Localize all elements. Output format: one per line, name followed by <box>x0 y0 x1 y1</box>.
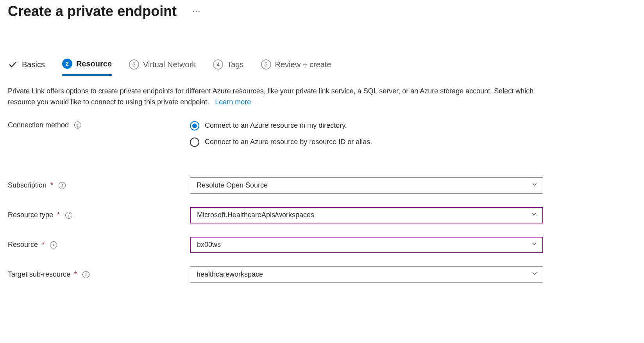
chevron-down-icon <box>531 270 538 279</box>
radio-label: Connect to an Azure resource by resource… <box>205 138 372 146</box>
tab-basics-label: Basics <box>22 60 45 69</box>
tab-resource[interactable]: 2 Resource <box>62 59 112 76</box>
subscription-label: Subscription * i <box>8 181 190 189</box>
target-sub-resource-label: Target sub-resource * i <box>8 270 190 279</box>
connection-method-label: Connection method i <box>8 121 190 129</box>
chevron-down-icon <box>531 211 538 220</box>
page-title: Create a private endpoint <box>8 3 177 20</box>
radio-connect-by-id[interactable]: Connect to an Azure resource by resource… <box>190 138 543 147</box>
resource-select[interactable]: bx00ws <box>190 237 543 253</box>
info-icon[interactable]: i <box>59 182 66 189</box>
subscription-value: Resolute Open Source <box>197 181 268 189</box>
subscription-select[interactable]: Resolute Open Source <box>190 177 543 194</box>
required-icon: * <box>50 181 53 189</box>
step-number-icon: 2 <box>62 59 72 69</box>
info-icon[interactable]: i <box>74 121 81 129</box>
learn-more-link[interactable]: Learn more <box>215 98 251 106</box>
resource-type-value: Microsoft.HealthcareApis/workspaces <box>197 211 314 219</box>
radio-connect-in-directory[interactable]: Connect to an Azure resource in my direc… <box>190 121 543 130</box>
target-sub-resource-value: healthcareworkspace <box>197 270 263 279</box>
radio-checked-icon <box>190 121 199 130</box>
required-icon: * <box>42 241 45 249</box>
tab-basics[interactable]: Basics <box>8 59 45 76</box>
required-icon: * <box>57 211 60 219</box>
connection-method-radio-group: Connect to an Azure resource in my direc… <box>190 121 543 147</box>
tab-resource-label: Resource <box>76 59 112 68</box>
chevron-down-icon <box>531 240 538 249</box>
resource-type-label: Resource type * i <box>8 211 190 219</box>
radio-label: Connect to an Azure resource in my direc… <box>205 121 347 130</box>
target-sub-resource-select[interactable]: healthcareworkspace <box>190 266 543 283</box>
required-icon: * <box>74 270 77 279</box>
resource-value: bx00ws <box>197 241 221 249</box>
step-number-icon: 5 <box>261 59 271 70</box>
tab-review-create[interactable]: 5 Review + create <box>261 59 331 76</box>
check-icon <box>8 60 18 69</box>
wizard-tabs: Basics 2 Resource 3 Virtual Network 4 Ta… <box>8 59 636 76</box>
tab-virtual-network[interactable]: 3 Virtual Network <box>129 59 196 76</box>
resource-label: Resource * i <box>8 241 190 249</box>
tab-tags[interactable]: 4 Tags <box>213 59 243 76</box>
tab-review-create-label: Review + create <box>275 60 331 69</box>
radio-unchecked-icon <box>190 138 199 147</box>
tab-virtual-network-label: Virtual Network <box>143 60 196 69</box>
step-number-icon: 3 <box>129 59 139 70</box>
tab-tags-label: Tags <box>227 60 243 69</box>
description: Private Link offers options to create pr… <box>8 86 539 108</box>
description-text: Private Link offers options to create pr… <box>8 87 533 106</box>
info-icon[interactable]: i <box>50 241 57 248</box>
more-icon[interactable]: ··· <box>192 6 200 16</box>
chevron-down-icon <box>531 181 538 190</box>
step-number-icon: 4 <box>213 59 223 70</box>
info-icon[interactable]: i <box>82 271 89 278</box>
info-icon[interactable]: i <box>65 212 72 219</box>
resource-type-select[interactable]: Microsoft.HealthcareApis/workspaces <box>190 207 543 223</box>
